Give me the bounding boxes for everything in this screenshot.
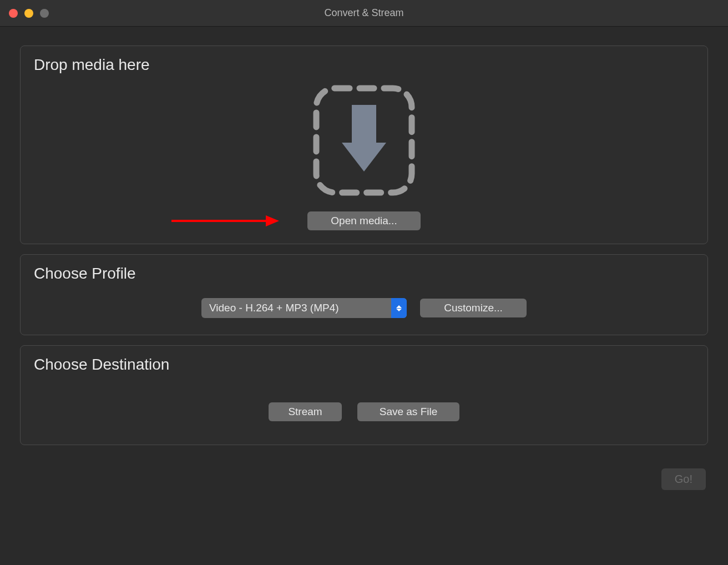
chevron-up-down-icon bbox=[391, 298, 407, 318]
choose-profile-panel: Choose Profile Video - H.264 + MP3 (MP4)… bbox=[20, 254, 708, 335]
footer: Go! bbox=[20, 455, 708, 490]
red-arrow-annotation bbox=[170, 214, 280, 228]
choose-profile-title: Choose Profile bbox=[34, 265, 694, 282]
profile-select-value: Video - H.264 + MP3 (MP4) bbox=[201, 298, 391, 318]
titlebar: Convert & Stream bbox=[0, 0, 728, 27]
destination-row: Stream Save as File bbox=[34, 380, 694, 431]
customize-button[interactable]: Customize... bbox=[420, 299, 527, 317]
svg-rect-1 bbox=[352, 105, 376, 144]
choose-destination-title: Choose Destination bbox=[34, 356, 694, 374]
stream-button[interactable]: Stream bbox=[269, 402, 342, 421]
minimize-window-button[interactable] bbox=[24, 9, 33, 18]
close-window-button[interactable] bbox=[9, 9, 18, 18]
profile-row: Video - H.264 + MP3 (MP4) Customize... bbox=[34, 289, 694, 321]
profile-select[interactable]: Video - H.264 + MP3 (MP4) bbox=[201, 298, 407, 318]
traffic-lights bbox=[0, 9, 49, 18]
open-media-button[interactable]: Open media... bbox=[307, 211, 421, 230]
choose-destination-panel: Choose Destination Stream Save as File bbox=[20, 345, 708, 445]
svg-marker-4 bbox=[266, 215, 279, 226]
go-button: Go! bbox=[661, 468, 706, 490]
save-as-file-button[interactable]: Save as File bbox=[357, 402, 459, 421]
drop-area[interactable]: Open media... bbox=[34, 80, 694, 230]
window-content: Drop media here Open media... Choose Pro… bbox=[0, 27, 728, 501]
download-arrow-icon bbox=[309, 83, 419, 198]
window-title: Convert & Stream bbox=[324, 7, 403, 19]
maximize-window-button[interactable] bbox=[40, 9, 49, 18]
drop-media-title: Drop media here bbox=[34, 56, 694, 74]
open-media-row: Open media... bbox=[34, 211, 694, 230]
svg-marker-2 bbox=[342, 143, 386, 171]
drop-media-panel: Drop media here Open media... bbox=[20, 46, 708, 244]
